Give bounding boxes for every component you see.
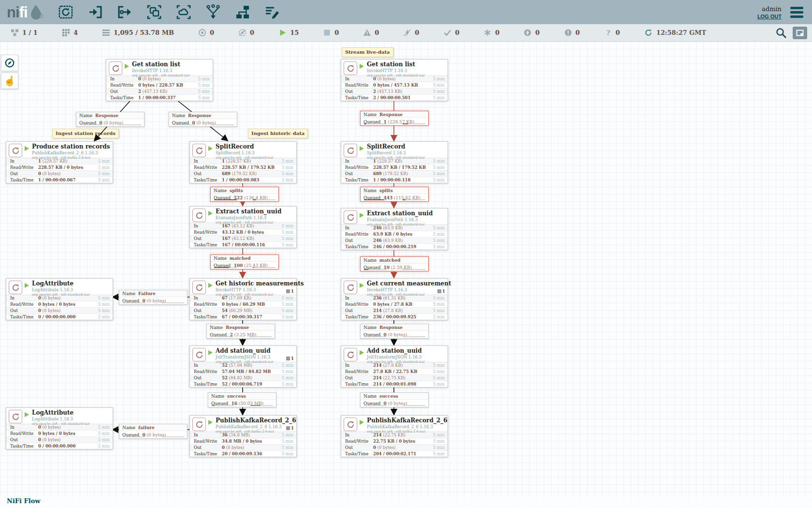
remote-process-group-icon[interactable]: [175, 4, 192, 20]
processor-node[interactable]: Extract station_uuid EvaluateJsonPath 1.…: [341, 208, 448, 250]
global-menu-icon[interactable]: [788, 5, 805, 20]
stat-row-tasks-time: Tasks/Time1 / 00:00:00.0835 min: [190, 177, 296, 183]
last-refreshed-time: 12:58:27 GMT: [656, 29, 707, 36]
flow-label[interactable]: Ingest station records: [52, 129, 119, 138]
output-port-icon[interactable]: [116, 4, 133, 20]
label-icon[interactable]: [264, 4, 280, 20]
status-invalid-count: 0: [375, 29, 379, 36]
queue-count-bar: [80, 124, 102, 125]
input-port-icon[interactable]: [87, 4, 103, 20]
connection-name-row: Namematched: [361, 257, 428, 264]
processor-node[interactable]: PublishKafkaRecord_2_6 PublishKafkaRecor…: [189, 415, 297, 457]
processor-bundle: org.apache.nifi - nifi-kafka-2-6-nar: [216, 430, 296, 433]
template-icon[interactable]: [234, 4, 251, 20]
processor-node[interactable]: Get current measurement InvokeHTTP 1.16.…: [341, 278, 448, 320]
processor-bundle: org.apache.nifi - nifi-standard-nar: [216, 221, 296, 224]
processor-node[interactable]: Produce station records PublishKafkaReco…: [6, 141, 113, 183]
stat-row-read-write: Read/Write63.9 KB / 0 bytes5 min: [341, 231, 448, 237]
connection-label[interactable]: Namefailure Queued0 (0 bytes): [119, 424, 188, 439]
processor-node[interactable]: Get historic measurements InvokeHTTP 1.1…: [189, 278, 297, 320]
stat-row-read-write: Read/Write228.57 KB / 179.52 KB5 min: [190, 164, 296, 170]
processor-header: Get historic measurements InvokeHTTP 1.1…: [190, 279, 296, 295]
processor-icon[interactable]: [58, 4, 74, 20]
status-not-transmitting-count: 0: [250, 29, 254, 36]
processor-stamp-icon: [192, 209, 206, 222]
stat-row-out: Out0 (0 bytes)5 min: [6, 307, 113, 314]
stat-row-read-write: Read/Write57.04 MB / 84.82 MB5 min: [190, 368, 296, 374]
cluster-icon: [11, 29, 19, 37]
funnel-icon[interactable]: [205, 4, 221, 20]
processor-header: Extract station_uuid EvaluateJsonPath 1.…: [341, 209, 448, 224]
running-status-icon: [360, 420, 364, 425]
running-status-icon: [25, 283, 29, 288]
processor-node[interactable]: Add station_uuid JoltTransformJSON 1.16.…: [341, 345, 448, 388]
status-stale: 0: [523, 29, 539, 37]
processor-node[interactable]: Add station_uuid JoltTransformJSON 1.16.…: [189, 345, 297, 388]
queue-size-bar: [403, 269, 425, 270]
logout-link[interactable]: LOG OUT: [757, 14, 782, 19]
stat-row-out: Out54 (60.29 MB)5 min: [190, 307, 296, 314]
processor-stamp-icon: [109, 61, 122, 75]
component-toolbar: [58, 4, 280, 20]
queue-size-bar: [253, 199, 276, 200]
processor-name: Get current measurement: [367, 280, 448, 287]
hand-pointer-icon: ☝: [4, 76, 16, 86]
connection-label[interactable]: NameResponse Queued0 (0 bytes): [76, 112, 145, 127]
stat-row-out: Out214 (27.8 KB)5 min: [341, 307, 448, 314]
processor-name: PublishKafkaRecord_2_6: [216, 417, 296, 424]
stat-row-read-write: Read/Write43.12 KB / 0 bytes5 min: [190, 229, 296, 235]
running-status-icon: [208, 146, 213, 151]
active-threads-badge: 1: [437, 289, 445, 294]
connection-label[interactable]: NameResponse Queued1 (228.57 KB): [360, 111, 429, 126]
top-toolbar: nifi admin LOG OUT: [0, 0, 812, 24]
connection-label[interactable]: Namesuccess Queued16 (50.03 MB): [208, 392, 276, 407]
connection-label[interactable]: NameResponse Queued0 (0 bytes): [169, 112, 237, 127]
processor-node[interactable]: Get station list InvokeHTTP 1.16.3 org.a…: [106, 59, 213, 101]
connection-queue-row: Queued100 (25.43 KB): [211, 262, 278, 269]
processor-type: JoltTransformJSON 1.16.3: [216, 355, 296, 359]
transmitting-icon: [198, 29, 206, 37]
processor-stats: In36 (34.8 MB)5 minRead/Write34.8 MB / 0…: [190, 432, 296, 457]
connection-label[interactable]: NameFailure Queued0 (0 bytes): [119, 290, 188, 305]
processor-name: Get station list: [367, 61, 448, 68]
flow-canvas[interactable]: NiFi Flow Ingest station recordsIngest h…: [0, 42, 812, 508]
status-stale-count: 0: [535, 29, 539, 36]
flow-label[interactable]: Ingest historic data: [248, 129, 308, 138]
navigate-palette-toggle[interactable]: [1, 55, 18, 71]
connection-label[interactable]: Namesplits Queued443 (115.62 KB): [360, 187, 429, 202]
status-sync-failure: ?0: [604, 29, 620, 37]
operate-palette-toggle[interactable]: ☝: [1, 73, 18, 89]
processor-node[interactable]: Get station list InvokeHTTP 1.16.3 org.a…: [341, 59, 448, 101]
processor-header: LogAttribute LogAttribute 1.16.3 org.apa…: [6, 408, 113, 424]
refresh-control[interactable]: 12:58:27 GMT: [644, 29, 707, 37]
running-status-icon: [208, 283, 213, 288]
birdseye-toggle-icon[interactable]: [793, 27, 807, 39]
process-group-icon[interactable]: [146, 4, 162, 20]
queue-size-bar: [403, 336, 425, 337]
processor-node[interactable]: PublishKafkaRecord_2_6 PublishKafkaRecor…: [341, 415, 448, 457]
processor-node[interactable]: Extract station_uuid EvaluateJsonPath 1.…: [189, 206, 297, 248]
connection-label[interactable]: Namesplits Queued522 (136.4 KB): [210, 187, 279, 202]
connection-label[interactable]: Namematched Queued10 (2.59 KB): [360, 256, 429, 271]
queue-count-bar: [212, 405, 234, 406]
queue-count-bar: [364, 123, 387, 124]
connection-label[interactable]: NameResponse Queued2 (3.25 MB): [206, 324, 275, 339]
connection-queue-row: Queued443 (115.62 KB): [361, 194, 428, 201]
processor-node[interactable]: LogAttribute LogAttribute 1.16.3 org.apa…: [6, 278, 113, 320]
stat-row-read-write: Read/Write0 bytes / 0 bytes5 min: [6, 430, 113, 436]
flow-label[interactable]: Stream live-data: [342, 47, 393, 57]
connection-label[interactable]: Namematched Queued100 (25.43 KB): [210, 254, 279, 269]
processor-node[interactable]: SplitRecord SplitRecord 1.16.3 org.apach…: [189, 141, 297, 183]
queue-size-bar: [253, 267, 276, 268]
queue-size-bar: [161, 302, 184, 303]
connection-label[interactable]: Namesuccess Queued0 (0 bytes): [360, 392, 429, 407]
connection-label[interactable]: NameResponse Queued0 (0 bytes): [360, 324, 429, 339]
search-icon[interactable]: [775, 27, 787, 39]
processor-header: PublishKafkaRecord_2_6 PublishKafkaRecor…: [341, 416, 448, 432]
processor-node[interactable]: LogAttribute LogAttribute 1.16.3 org.apa…: [6, 407, 113, 449]
breadcrumb[interactable]: NiFi Flow: [7, 497, 41, 505]
processor-node[interactable]: SplitRecord SplitRecord 1.16.3 org.apach…: [341, 141, 448, 183]
running-status-icon: [125, 64, 129, 69]
queued-icon: [102, 29, 110, 37]
processor-stamp-icon: [344, 61, 357, 75]
